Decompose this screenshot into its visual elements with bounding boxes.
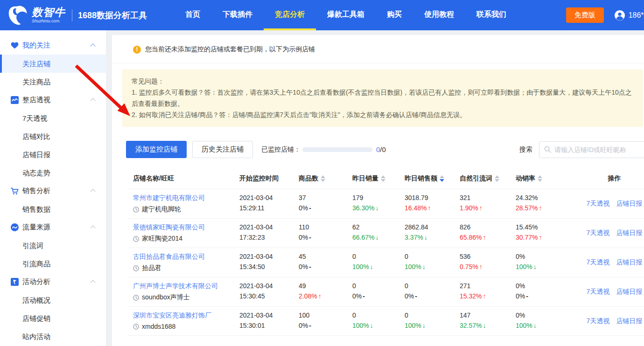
- metric-sales: 6266.67%↓: [347, 219, 399, 248]
- sort-icons: [495, 175, 499, 182]
- history-followed-shops-button[interactable]: 历史关注店铺: [192, 141, 253, 158]
- nav-item-home[interactable]: 首页: [174, 0, 211, 30]
- brand-logo[interactable]: 数智牛 Shuzhiniu.com.: [7, 5, 65, 26]
- table-row: 广州声博士声学技术有限公司 soundbox声博士 2021-03-0415:3…: [127, 277, 644, 306]
- nav-item-download-plugin[interactable]: 下载插件: [211, 0, 264, 30]
- faq-box: 常见问题： 1. 监控后多久可看数据？答：首次监控，请在第3天上午10点之后查看…: [122, 69, 643, 127]
- search-input[interactable]: [554, 146, 644, 153]
- free-version-badge[interactable]: 免费版: [566, 7, 604, 23]
- sidebar-section-my-follow[interactable]: 我的关注: [0, 36, 106, 55]
- action-daily-link[interactable]: 店铺日报: [616, 229, 642, 237]
- wangwang-name: xmdds1688: [133, 323, 234, 330]
- action-daily-link[interactable]: 店铺日报: [616, 288, 642, 296]
- col-actions: 操作: [575, 174, 644, 183]
- user-account[interactable]: 186***: [614, 10, 644, 21]
- flag-icon: [11, 278, 19, 286]
- col-product-count[interactable]: 商品数: [293, 174, 347, 183]
- monitored-total-count: /0: [380, 145, 386, 153]
- sidebar-section-traffic-source[interactable]: 流量来源: [0, 218, 106, 236]
- action-daily-link[interactable]: 店铺日报: [616, 258, 642, 267]
- metric-sell-rate: 24.32%28.57%↑: [510, 189, 575, 218]
- metric-products: 492.08%↑: [293, 277, 347, 306]
- sidebar-item-activity-overview[interactable]: 活动概况: [0, 291, 106, 309]
- action-7day-link[interactable]: 7天透视: [587, 317, 610, 325]
- monitor-time: 15:34:50: [239, 263, 293, 270]
- monitor-time: 17:32:23: [239, 234, 293, 241]
- metric-revenue: 0100%↓: [399, 307, 454, 335]
- col-sell-through-rate[interactable]: 动销率: [510, 174, 575, 183]
- clock-icon: [133, 295, 139, 301]
- sidebar-item-sales-data[interactable]: 销售数据: [0, 200, 106, 218]
- metric-keywords: 14732.57%↓: [454, 307, 510, 335]
- user-phone: 186***: [629, 11, 644, 20]
- chevron-up-icon: [90, 280, 95, 285]
- action-7day-link[interactable]: 7天透视: [587, 200, 610, 208]
- col-organic-keywords[interactable]: 自然引流词: [454, 174, 510, 183]
- faq-title: 常见问题：: [132, 76, 634, 87]
- col-yesterday-revenue[interactable]: 昨日销售额: [399, 174, 454, 183]
- sidebar-section-activity-analysis[interactable]: 活动分析: [0, 273, 106, 291]
- sidebar-section-sales-analysis[interactable]: 销售分析: [0, 182, 106, 200]
- shop-name-link[interactable]: 古田拾品君食品有限公司: [133, 253, 234, 261]
- sidebar-item-7day-perspective[interactable]: 7天透视: [0, 109, 106, 127]
- metric-keywords: 3211.90%↑: [454, 189, 510, 218]
- monitored-used-count: 0: [376, 145, 380, 153]
- nav-item-tutorial[interactable]: 使用教程: [413, 0, 465, 30]
- monitor-date: 2021-03-04: [239, 223, 293, 231]
- faq-line-1: 1. 监控后多久可看数据？答：首次监控，请在第3天上午10点之后查看数据(不含监…: [132, 87, 634, 109]
- metric-keywords: 5360.75%↑: [454, 248, 510, 277]
- sidebar-item-traffic-products[interactable]: 引流商品: [0, 255, 106, 273]
- clock-icon: [133, 236, 139, 242]
- user-avatar-icon: [614, 10, 625, 21]
- monitor-date: 2021-03-04: [239, 282, 293, 290]
- action-daily-link[interactable]: 店铺日报: [616, 317, 642, 325]
- monitored-shops-label: 已监控店铺：: [261, 145, 301, 154]
- sidebar: 我的关注 关注店铺 关注商品 整店透视 7天透视 店铺对比 店铺日报 动态走势 …: [0, 30, 106, 346]
- sidebar-item-followed-products[interactable]: 关注商品: [0, 73, 106, 91]
- monitor-date: 2021-03-04: [239, 194, 293, 201]
- notice-text: 您当前还未添加监控的店铺或套餐已到期，以下为示例店铺: [145, 45, 315, 54]
- sidebar-section-store-perspective[interactable]: 整店透视: [0, 91, 106, 109]
- action-7day-link[interactable]: 7天透视: [587, 288, 610, 296]
- shop-name-link[interactable]: 常州市建宁机电有限公司: [133, 194, 234, 202]
- col-yesterday-sales[interactable]: 昨日销量: [347, 174, 399, 183]
- heart-icon: [11, 42, 19, 49]
- shop-name-link[interactable]: 深圳市宝安区亮迪雅灯饰厂: [133, 311, 234, 320]
- shops-table: 店铺名称/旺旺 开始监控时间 商品数 昨日销量 昨日销售额 自然引流词 动销率 …: [127, 168, 644, 336]
- sidebar-item-dynamic-trend[interactable]: 动态走势: [0, 164, 106, 182]
- traffic-wave-icon: [11, 223, 19, 231]
- product-title: 1688数据分析工具: [78, 10, 147, 21]
- metric-sell-rate: 0%100%↓: [510, 248, 575, 277]
- sidebar-item-shop-daily[interactable]: 店铺日报: [0, 145, 106, 164]
- sidebar-item-site-activity[interactable]: 站内活动: [0, 327, 106, 346]
- bull-logo-icon: [7, 5, 28, 26]
- table-row: 深圳市宝安区亮迪雅灯饰厂 xmdds1688 2021-03-0415:30:0…: [127, 306, 644, 336]
- action-daily-link[interactable]: 店铺日报: [616, 200, 642, 208]
- metric-sales: 00%-: [347, 277, 399, 306]
- sidebar-item-shop-promotion[interactable]: 店铺促销: [0, 309, 106, 327]
- metric-sales: 0100%↓: [347, 307, 399, 335]
- metric-sell-rate: 0%100%↓: [510, 307, 575, 335]
- wangwang-name: soundbox声博士: [133, 293, 234, 302]
- chevron-up-icon: [90, 43, 95, 48]
- shop-name-link[interactable]: 景德镇家旺陶瓷有限公司: [133, 223, 234, 232]
- action-7day-link[interactable]: 7天透视: [587, 258, 610, 267]
- nav-item-competitor-analysis[interactable]: 竞店分析: [264, 0, 316, 30]
- notice-bar: ! 您当前还未添加监控的店铺或套餐已到期，以下为示例店铺: [112, 35, 644, 63]
- add-monitor-shop-button[interactable]: 添加监控店铺: [126, 141, 187, 158]
- nav-item-hot-toolbox[interactable]: 爆款工具箱: [316, 0, 376, 30]
- sidebar-item-traffic-words[interactable]: 引流词: [0, 236, 106, 255]
- metric-revenue: 0100%↓: [399, 248, 454, 277]
- monitored-progress-bar: [302, 147, 372, 152]
- nav-item-contact[interactable]: 联系我们: [465, 0, 518, 30]
- sort-icons: [381, 175, 385, 182]
- metric-revenue: 3018.7916.48%↑: [399, 189, 454, 218]
- nav-item-buy[interactable]: 购买: [376, 0, 413, 30]
- shop-name-link[interactable]: 广州声博士声学技术有限公司: [133, 282, 234, 291]
- sidebar-item-followed-shops[interactable]: 关注店铺: [0, 55, 106, 73]
- action-7day-link[interactable]: 7天透视: [587, 229, 610, 237]
- col-monitor-start: 开始监控时间: [234, 174, 293, 183]
- sidebar-item-shop-compare[interactable]: 店铺对比: [0, 127, 106, 145]
- clock-icon: [133, 324, 139, 330]
- clock-icon: [133, 207, 139, 213]
